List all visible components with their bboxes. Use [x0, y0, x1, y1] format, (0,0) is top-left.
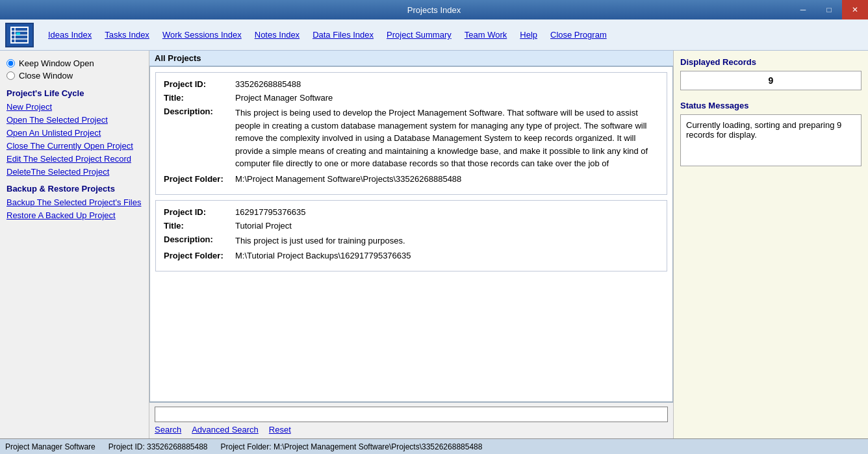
title-bar-buttons: ─ □ ✕: [790, 0, 868, 19]
window-title: Projects Index: [407, 5, 461, 15]
search-bar-area: Search Advanced Search Reset: [149, 402, 673, 438]
backup-files-link[interactable]: Backup The Selected Project's Files: [6, 197, 142, 208]
description-value-1: This project is being used to develop th…: [235, 107, 659, 170]
menu-help[interactable]: Help: [513, 27, 544, 42]
projects-list[interactable]: Project ID: 33526268885488 Title: Projec…: [150, 67, 672, 401]
search-button[interactable]: Search: [155, 425, 181, 435]
right-panel: Displayed Records 9 Status Messages Curr…: [673, 51, 868, 438]
status-messages-content: Currently loading, sorting and preparing…: [680, 114, 862, 166]
folder-value-2: M:\Tutorial Project Backups\162917795376…: [235, 251, 659, 260]
folder-row-2: Project Folder: M:\Tutorial Project Back…: [164, 251, 659, 260]
project-card-2: Project ID: 162917795376635 Title: Tutor…: [155, 200, 667, 272]
search-links-row: Search Advanced Search Reset: [155, 425, 668, 435]
menu-ideas-index[interactable]: Ideas Index: [42, 27, 98, 42]
project-id-value-1: 33526268885488: [235, 79, 659, 89]
project-card-1: Project ID: 33526268885488 Title: Projec…: [155, 72, 667, 195]
project-id-row-2: Project ID: 162917795376635: [164, 207, 659, 217]
title-row-2: Title: Tutorial Project: [164, 221, 659, 231]
open-selected-link[interactable]: Open The Selected Project: [6, 114, 142, 125]
title-value-1: Project Manager Software: [235, 93, 659, 103]
title-label-1: Title:: [164, 93, 235, 103]
displayed-records-section: Displayed Records 9: [680, 57, 862, 90]
minimize-button[interactable]: ─: [790, 0, 816, 19]
displayed-records-count: 9: [680, 71, 862, 90]
folder-label-2: Project Folder:: [164, 251, 235, 260]
menu-notes-index[interactable]: Notes Index: [248, 27, 306, 42]
menu-close-program[interactable]: Close Program: [544, 27, 613, 42]
search-input[interactable]: [155, 407, 668, 422]
maximize-button[interactable]: □: [816, 0, 842, 19]
description-label-1: Description:: [164, 107, 235, 170]
all-projects-header: All Projects: [149, 51, 673, 66]
close-button[interactable]: ✕: [842, 0, 868, 19]
status-project-id: Project ID: 33526268885488: [108, 442, 208, 451]
menu-bar: Ideas Index Tasks Index Work Sessions In…: [0, 19, 868, 51]
status-bar: Project Manager Software Project ID: 335…: [0, 438, 868, 454]
status-messages-section: Status Messages Currently loading, sorti…: [680, 101, 862, 166]
folder-label-1: Project Folder:: [164, 174, 235, 184]
status-project-folder: Project Folder: M:\Project Management So…: [221, 442, 483, 451]
close-window-radio[interactable]: Close Window: [6, 71, 142, 81]
open-unlisted-link[interactable]: Open An Unlisted Project: [6, 127, 142, 138]
project-id-row-1: Project ID: 33526268885488: [164, 79, 659, 89]
project-id-value-2: 162917795376635: [235, 207, 659, 217]
status-messages-title: Status Messages: [680, 101, 862, 110]
new-project-link[interactable]: New Project: [6, 101, 142, 112]
status-project-name: Project Manager Software: [5, 442, 96, 451]
restore-project-link[interactable]: Restore A Backed Up Project: [6, 210, 142, 221]
sidebar: Keep Window Open Close Window Project's …: [0, 51, 149, 438]
folder-row-1: Project Folder: M:\Project Management So…: [164, 174, 659, 184]
title-value-2: Tutorial Project: [235, 221, 659, 231]
folder-value-1: M:\Project Management Software\Projects\…: [235, 174, 659, 184]
svg-rect-5: [16, 32, 20, 35]
main-area: Keep Window Open Close Window Project's …: [0, 51, 868, 438]
project-id-label-1: Project ID:: [164, 79, 235, 89]
lifecycle-section-title: Project's Life Cycle: [6, 88, 142, 98]
delete-project-link[interactable]: DeleteThe Selected Project: [6, 166, 142, 177]
keep-window-open-radio[interactable]: Keep Window Open: [6, 58, 142, 68]
menu-data-files-index[interactable]: Data Files Index: [306, 27, 380, 42]
reset-button[interactable]: Reset: [269, 425, 291, 435]
description-value-2: This project is just used for training p…: [235, 234, 659, 247]
description-row-1: Description: This project is being used …: [164, 107, 659, 170]
description-row-2: Description: This project is just used f…: [164, 234, 659, 247]
search-input-row: [155, 407, 668, 422]
advanced-search-button[interactable]: Advanced Search: [192, 425, 259, 435]
title-bar: Projects Index ─ □ ✕: [0, 0, 868, 19]
project-id-label-2: Project ID:: [164, 207, 235, 217]
app-logo: [5, 23, 34, 47]
backup-section-title: Backup & Restore Projects: [6, 184, 142, 194]
description-label-2: Description:: [164, 234, 235, 247]
close-current-link[interactable]: Close The Currently Open Project: [6, 140, 142, 151]
title-label-2: Title:: [164, 221, 235, 231]
projects-list-container: Project ID: 33526268885488 Title: Projec…: [149, 66, 673, 402]
menu-project-summary[interactable]: Project Summary: [380, 27, 458, 42]
menu-tasks-index[interactable]: Tasks Index: [98, 27, 156, 42]
window-behavior-group: Keep Window Open Close Window: [6, 58, 142, 81]
title-row-1: Title: Project Manager Software: [164, 93, 659, 103]
menu-team-work[interactable]: Team Work: [458, 27, 514, 42]
edit-record-link[interactable]: Edit The Selected Project Record: [6, 153, 142, 164]
menu-work-sessions-index[interactable]: Work Sessions Index: [156, 27, 248, 42]
content-area: All Projects Project ID: 33526268885488 …: [149, 51, 673, 438]
displayed-records-title: Displayed Records: [680, 57, 862, 67]
